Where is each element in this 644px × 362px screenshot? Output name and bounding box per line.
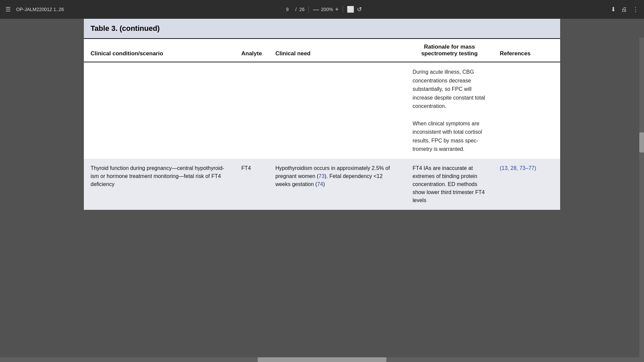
cell-clinical-need-2: Hypothyroidism occurs in approximately 2… (269, 159, 406, 210)
cell-references-1 (493, 62, 560, 159)
cell-analyte-2: FT4 (234, 159, 268, 210)
cell-rationale-1: During acute illness, CBG concentra­tion… (406, 62, 493, 159)
page-separator: / (296, 7, 297, 12)
download-icon[interactable]: ⬇ (611, 6, 616, 13)
toolbar: ☰ OP-JALM220012 1..26 / 26 — 200% + ⬜ ↺ … (0, 0, 644, 19)
col-header-references: References (493, 39, 560, 62)
zoom-increase-button[interactable]: + (335, 6, 339, 13)
content-area: Table 3. (continued) Clinical condition/… (0, 19, 644, 362)
rotate-icon[interactable]: ↺ (357, 6, 362, 13)
table-title-row: Table 3. (continued) (84, 19, 560, 39)
cell-condition-1 (84, 62, 234, 159)
bottom-scrollbar-thumb[interactable] (258, 357, 386, 362)
toolbar-right-actions: ⬇ 🖨 ⋮ (611, 6, 639, 13)
cell-rationale-2: FT4 IAs are inaccurate at extremes of bi… (406, 159, 493, 210)
bottom-scrollbar[interactable] (0, 357, 644, 362)
col-header-rationale: Rationale for mass spectrometry testing (406, 39, 493, 62)
cell-analyte-1 (234, 62, 268, 159)
cell-condition-2: Thyroid function during preg­nancy—centr… (84, 159, 234, 210)
right-scrollbar-thumb[interactable] (639, 132, 644, 153)
menu-icon[interactable]: ☰ (5, 6, 11, 13)
zoom-level-label: 200% (321, 7, 333, 12)
more-options-icon[interactable]: ⋮ (633, 6, 639, 13)
table-row: During acute illness, CBG concentra­tion… (84, 62, 560, 159)
pdf-page: Table 3. (continued) Clinical condition/… (84, 19, 560, 210)
cell-clinical-need-1 (269, 62, 406, 159)
page-number-input[interactable] (282, 7, 293, 12)
main-table: Clinical condition/scenario Analyte Clin… (84, 39, 560, 210)
page-total: 26 (299, 7, 305, 12)
col-header-condition: Clinical condition/scenario (84, 39, 234, 62)
right-scrollbar[interactable] (639, 38, 644, 362)
table-row: Thyroid function during preg­nancy—centr… (84, 159, 560, 210)
pagination-controls: / 26 — 200% + ⬜ ↺ (282, 6, 362, 13)
col-header-analyte: Analyte (234, 39, 268, 62)
col-header-clinical-need: Clinical need (269, 39, 406, 62)
zoom-decrease-button[interactable]: — (313, 6, 319, 13)
toolbar-divider-2 (342, 6, 343, 13)
print-icon[interactable]: 🖨 (621, 6, 627, 13)
toolbar-divider (309, 6, 309, 13)
column-header-row: Clinical condition/scenario Analyte Clin… (84, 39, 560, 62)
table-title: Table 3. (continued) (91, 24, 160, 33)
filename-label: OP-JALM220012 1..26 (16, 7, 64, 12)
fit-page-icon[interactable]: ⬜ (347, 6, 354, 13)
cell-references-2: (13, 28, 73–77) (493, 159, 560, 210)
zoom-controls: — 200% + (313, 6, 338, 13)
